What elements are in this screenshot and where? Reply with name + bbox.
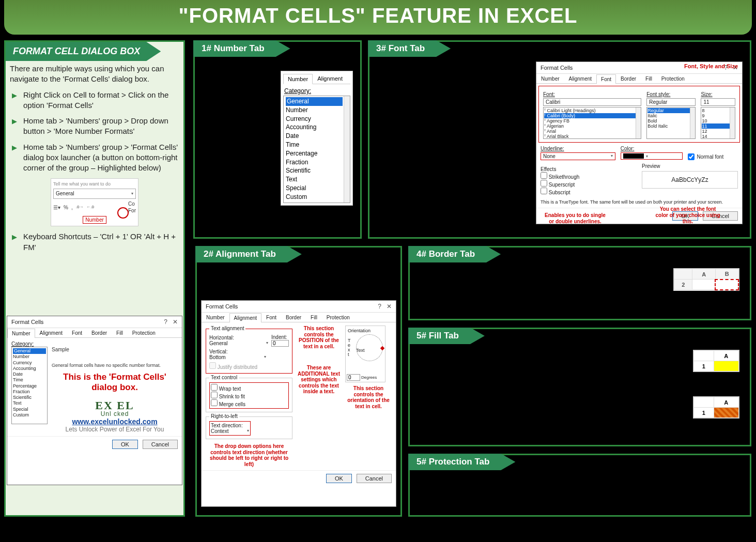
font-dialog: Format Cells ?✕ Number Alignment Font Bo… [536,61,743,224]
panel-border: 4# Border Tab AB 2 [408,246,751,320]
preview-box: AaBbCcYyZz [642,171,738,189]
effects-label: Effects [541,166,637,172]
help-icon[interactable]: ? [164,318,167,326]
close-icon[interactable]: ✕ [387,303,392,310]
tab-alignment[interactable]: Alignment [229,313,261,322]
sub-check[interactable]: Subscript [541,188,637,195]
panel-fill: 5# Fill Tab A1 A1 [408,328,751,446]
tab-number[interactable]: Number [7,329,35,338]
fill-sample-hatch: A1 [693,396,739,419]
tab-alignment[interactable]: Alignment [564,74,596,83]
dlg-tabs: Number Alignment Font Border Fill Protec… [7,328,182,338]
close-icon[interactable]: ✕ [173,318,178,326]
style-input[interactable]: Regular [646,98,696,106]
scrollbar[interactable] [344,96,350,203]
callout-control: These are ADDITIONAL text settings which… [296,365,342,395]
fill-sample-yellow: A1 [693,350,739,372]
size-list[interactable]: 8 9 10 11 12 14 [701,107,735,139]
tab-number[interactable]: Number [536,74,564,83]
align-dialog: Format Cells ?✕ Number Alignment Font Bo… [201,300,396,507]
dlg-title-text: Format Cells [206,303,238,309]
section-head-align: 2# Alignment Tab [195,246,302,262]
tab-border[interactable]: Border [87,328,112,337]
callout-textdir: The drop down options here controls text… [206,443,292,467]
size-input[interactable]: 11 [701,98,735,106]
indent-stepper[interactable] [271,340,289,347]
panel-alignment: 2# Alignment Tab Format Cells ?✕ Number … [195,246,402,517]
sidebar-head: FORMAT CELL DIALOG BOX [6,42,161,61]
textdir-select[interactable]: Context▾ [211,428,249,434]
callout-underline: Enables you to do single or double under… [542,212,609,225]
tab-protection[interactable]: Protection [657,74,689,83]
section-head-fill: 5# Fill Tab [408,328,485,344]
panel-number: 1# Number Tab Number Alignment Category:… [193,40,362,239]
underline-select[interactable]: None▾ [541,152,615,160]
tab-fill[interactable]: Fill [641,74,657,83]
dlg-title-text: Format Cells [11,319,43,325]
tab-alignment[interactable]: Alignment [35,328,67,337]
ok-button[interactable]: OK [112,440,138,449]
category-list[interactable]: General Number Currency Accounting Date … [11,347,48,424]
strike-check[interactable]: Strikethrough [541,172,637,180]
font-input[interactable]: Calibri [543,98,641,106]
cancel-button[interactable]: Cancel [143,440,178,449]
orientation-box[interactable]: Orientation Text Text Degrees [345,326,385,382]
mini-tab-number[interactable]: Number [283,74,313,84]
sidebar-panel: FORMAT CELL DIALOG BOX There are multipl… [4,40,185,517]
category-label: Category: [11,341,178,347]
size-label: Size: [701,91,712,97]
tab-protection[interactable]: Protection [322,313,354,322]
degrees-stepper[interactable] [347,374,360,381]
truetype-note: This is a TrueType font. The same font w… [541,199,738,205]
ok-button[interactable]: OK [326,474,352,483]
ribbon-screenshot: Tell me what you want to do General▾ ☰▾ … [51,178,138,226]
bullet-4: Keyboard Shortcuts – 'Ctrl + 1' OR 'Alt … [12,231,179,253]
color-select[interactable]: ▾ [621,152,683,160]
tab-font[interactable]: Font [261,313,281,322]
mini-tab-alignment[interactable]: Alignment [313,73,347,84]
callout-color: You can select the font color of your ch… [654,206,721,225]
tab-font[interactable]: Font [596,74,616,84]
wrap-check[interactable]: Wrap text [211,384,287,392]
category-label: Category: [284,87,350,95]
tab-fill[interactable]: Fill [112,328,128,337]
tab-border[interactable]: Border [281,313,306,322]
intro-text: There are multiple ways using which you … [10,64,179,85]
super-check[interactable]: Superscript [541,180,637,188]
tab-number[interactable]: Number [202,313,229,322]
rtl-group: Right-to-left Text direction: Context▾ [206,416,292,439]
bullet-3: Home tab > 'Numbers' group > 'Format Cel… [12,142,179,174]
font-list[interactable]: ᵀ Calibri Light (Headings) ᵀ Calibri (Bo… [543,107,641,139]
category-list[interactable]: General Number Currency Accounting Date … [283,96,350,203]
bullet-2: Home tab > 'Numbers' group > Drop down b… [12,116,179,137]
tab-font[interactable]: Font [67,328,87,337]
callout-orient: This section controls the orientation of… [345,385,392,409]
panel-font: 3# Font Tab Format Cells ?✕ Number Align… [368,40,751,239]
color-label: Color: [621,146,683,151]
vertical-select[interactable]: Bottom▾ [209,354,266,360]
tellme-text: Tell me what you want to do [53,181,136,187]
underline-label: Underline: [541,146,615,151]
sidebar-dialog: Format Cells ?✕ Number Alignment Font Bo… [7,316,182,485]
desc-text: General format cells have no specific nu… [52,363,178,368]
page-title: "FORMAT CELLS" FEATURE IN EXCEL [4,0,752,35]
tab-border[interactable]: Border [616,74,641,83]
bullet-1: Right Click on Cell to format > Click on… [12,90,179,111]
number-group-label: Number [83,216,106,224]
style-label: Font style: [646,91,670,97]
cancel-button[interactable]: Cancel [357,474,392,483]
tab-protection[interactable]: Protection [128,328,160,337]
tab-fill[interactable]: Fill [306,313,322,322]
help-icon[interactable]: ? [378,303,381,310]
normal-font-check[interactable]: Normal font [688,152,738,161]
panel-protection: 5# Protection Tab [408,454,751,517]
horizontal-select[interactable]: General▾ [209,340,268,346]
red-head-label: Font, Style and Size [684,63,738,69]
border-sample: AB 2 [673,268,739,291]
section-head-protection: 5# Protection Tab [408,454,515,470]
dlg-title-text: Format Cells [541,65,573,71]
shrink-check[interactable]: Shrink to fit [211,392,287,399]
merge-check[interactable]: Merge cells [211,399,287,407]
style-list[interactable]: Regular Italic Bold Bold Italic [646,107,696,139]
website-link[interactable]: www.excelunlocked.com [52,417,178,426]
